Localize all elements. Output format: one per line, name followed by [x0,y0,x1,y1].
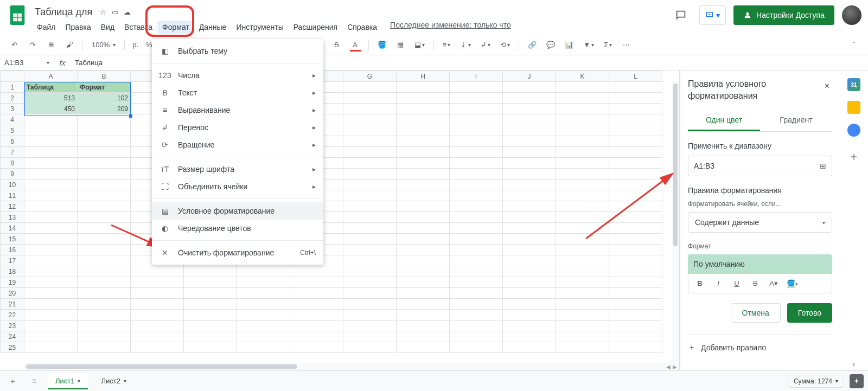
row-header-8[interactable]: 8 [1,158,24,169]
cell-A4[interactable] [24,114,78,125]
cell-J6[interactable] [503,136,556,147]
sum-chip[interactable]: Сумма: 1274▾ [788,375,844,388]
cell-H21[interactable] [397,299,450,310]
cell-D21[interactable] [184,299,237,310]
cell-A25[interactable] [24,342,78,353]
halign-icon[interactable]: ≡▾ [439,41,454,49]
cell-B17[interactable] [78,255,131,266]
paint-format-icon[interactable]: 🖌 [62,37,77,53]
cell-G17[interactable] [343,255,397,266]
cell-H15[interactable] [397,234,450,245]
cell-G10[interactable] [343,180,397,190]
cell-J23[interactable] [503,321,556,331]
menu-item-fm1-4[interactable]: ⟳Вращение▸ [152,136,323,153]
select-all-corner[interactable] [1,71,24,82]
text-color-icon[interactable]: A [348,37,363,53]
cell-G20[interactable] [343,288,397,299]
row-header-13[interactable]: 13 [1,212,24,223]
calendar-icon[interactable]: 31 [847,78,860,91]
menu-item-fm2-0[interactable]: тТРазмер шрифта▸ [152,161,323,178]
vertical-scrollbar[interactable] [672,81,679,363]
col-header-A[interactable]: A [24,71,78,82]
row-header-11[interactable]: 11 [1,190,24,201]
cell-A1[interactable]: Таблица [24,82,78,93]
menu-item-fm1-2[interactable]: ≡Выравнивание▸ [152,101,323,119]
cell-I2[interactable] [450,93,503,104]
cell-I3[interactable] [450,104,503,114]
cell-B8[interactable] [78,158,131,169]
borders-icon[interactable]: ▦ [393,37,408,53]
cell-B19[interactable] [78,277,131,288]
sheet-area[interactable]: ABCDEFGHIJKL1ТаблицаФормат25131023450209… [0,70,680,370]
menu-item-fm1-0[interactable]: 123Числа▸ [152,67,323,84]
cell-I15[interactable] [450,234,503,245]
condition-select[interactable]: Содержит данные▾ [688,212,832,233]
rail-collapse-icon[interactable]: › [847,357,860,370]
redo-icon[interactable]: ↷ [25,37,40,53]
cell-D24[interactable] [184,331,237,342]
cell-K13[interactable] [556,212,609,223]
cell-H7[interactable] [397,147,450,158]
cell-L24[interactable] [609,331,662,342]
cell-F24[interactable] [290,331,343,342]
cell-I22[interactable] [450,310,503,321]
cell-J8[interactable] [503,158,556,169]
cell-K3[interactable] [556,104,609,114]
row-header-16[interactable]: 16 [1,245,24,255]
cell-K19[interactable] [556,277,609,288]
cell-G6[interactable] [343,136,397,147]
cell-E23[interactable] [237,321,290,331]
fill-color-icon-2[interactable]: 🪣▾ [786,279,798,287]
cell-A22[interactable] [24,310,78,321]
cell-D23[interactable] [184,321,237,331]
cell-K20[interactable] [556,288,609,299]
cell-L17[interactable] [609,255,662,266]
more-icon[interactable]: ⋯ [618,37,634,53]
close-icon[interactable]: ✕ [819,78,834,93]
cell-G16[interactable] [343,245,397,255]
cell-G23[interactable] [343,321,397,331]
cell-I25[interactable] [450,342,503,353]
row-header-7[interactable]: 7 [1,147,24,158]
cell-J12[interactable] [503,201,556,212]
cell-J7[interactable] [503,147,556,158]
cell-B10[interactable] [78,180,131,190]
row-header-4[interactable]: 4 [1,114,24,125]
row-header-10[interactable]: 10 [1,180,24,190]
cell-J9[interactable] [503,169,556,180]
cell-D22[interactable] [184,310,237,321]
cell-A14[interactable] [24,223,78,234]
cell-K15[interactable] [556,234,609,245]
cell-J16[interactable] [503,245,556,255]
cell-F25[interactable] [290,342,343,353]
all-sheets-icon[interactable]: ≡ [26,373,42,389]
cell-H22[interactable] [397,310,450,321]
cell-E20[interactable] [237,288,290,299]
cell-H17[interactable] [397,255,450,266]
cell-H23[interactable] [397,321,450,331]
cell-A7[interactable] [24,147,78,158]
cell-H16[interactable] [397,245,450,255]
cell-F18[interactable] [290,266,343,277]
cell-G14[interactable] [343,223,397,234]
row-header-6[interactable]: 6 [1,136,24,147]
cell-H20[interactable] [397,288,450,299]
cell-L20[interactable] [609,288,662,299]
cell-B6[interactable] [78,136,131,147]
cell-I17[interactable] [450,255,503,266]
range-picker-icon[interactable]: ⊞ [820,162,826,170]
cell-I8[interactable] [450,158,503,169]
cell-H9[interactable] [397,169,450,180]
cell-L18[interactable] [609,266,662,277]
row-header-9[interactable]: 9 [1,169,24,180]
row-header-25[interactable]: 25 [1,342,24,353]
cell-G22[interactable] [343,310,397,321]
cell-B24[interactable] [78,331,131,342]
cell-K16[interactable] [556,245,609,255]
cell-B22[interactable] [78,310,131,321]
row-header-20[interactable]: 20 [1,288,24,299]
valign-icon[interactable]: ⭳▾ [457,41,474,49]
cell-A23[interactable] [24,321,78,331]
cell-J20[interactable] [503,288,556,299]
cell-L12[interactable] [609,201,662,212]
